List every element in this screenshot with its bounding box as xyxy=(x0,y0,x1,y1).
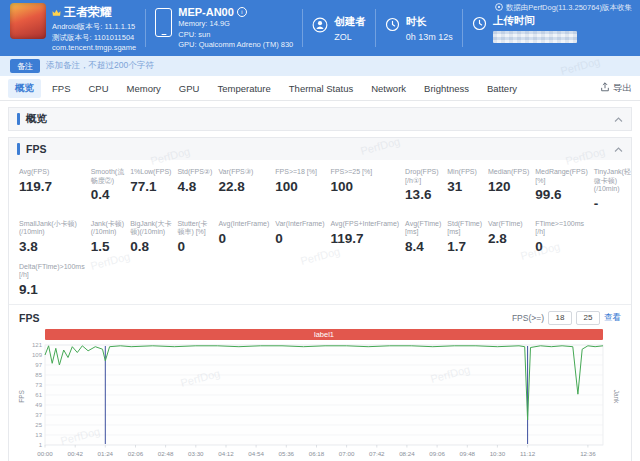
svg-text:109: 109 xyxy=(32,352,43,358)
game-app-icon xyxy=(10,3,46,39)
svg-text:13: 13 xyxy=(35,432,42,438)
fps-chart-block: FPS FPS(>=) 查看 label1 FPS Jank 121109978… xyxy=(9,304,631,461)
tab-memory[interactable]: Memory xyxy=(120,80,168,97)
metrics-grid: Avg(FPS)119.7Smooth(流畅度②)0.41%Low(FPS)77… xyxy=(9,160,631,304)
remark-bar: 备注 添加备注，不超过200个字符 xyxy=(0,56,640,76)
metric-value: 8.4 xyxy=(405,239,441,254)
collapse-chevron-icon[interactable] xyxy=(614,147,623,152)
metric-value: 1.7 xyxy=(447,239,482,254)
tab-network[interactable]: Network xyxy=(364,80,413,97)
metric-value: - xyxy=(594,196,631,211)
svg-text:121: 121 xyxy=(32,342,43,348)
metric-r3-0: Delta(FTime)>100ms [/h]9.1 xyxy=(19,263,85,297)
tab-cpu[interactable]: CPU xyxy=(81,80,115,97)
metric-label: Stutter(卡顿率) [%] xyxy=(177,220,212,237)
metric-value: 0.4 xyxy=(91,187,124,202)
y2-axis-title: Jank xyxy=(614,389,621,403)
tab-brightness[interactable]: Brightness xyxy=(417,80,476,97)
tab-fps[interactable]: FPS xyxy=(45,80,77,97)
annotation-band[interactable]: label1 xyxy=(45,329,603,340)
device-memory-text: Memory: 14.9G xyxy=(178,19,293,29)
svg-text:09:48: 09:48 xyxy=(460,449,476,456)
device-info-block: MEP-AN00 i Memory: 14.9G CPU: sun GPU: Q… xyxy=(155,6,293,50)
metric-r2-9: Var(FTime)2.8 xyxy=(488,220,529,254)
tab-gpu[interactable]: GPU xyxy=(172,80,207,97)
device-cpu-text: CPU: sun xyxy=(178,30,293,40)
tab-temperature[interactable]: Temperature xyxy=(210,80,277,97)
tab-battery[interactable]: Battery xyxy=(480,80,524,97)
metric-label: FPS>=18 [%] xyxy=(275,168,324,177)
metric-value: 1.5 xyxy=(91,239,124,254)
view-link[interactable]: 查看 xyxy=(604,312,621,324)
metric-label: Var(InterFrame) xyxy=(275,220,324,229)
metric-label: BigJank(大卡顿)(/10min) xyxy=(130,220,171,237)
svg-text:85: 85 xyxy=(35,372,42,378)
upload-time-redacted xyxy=(493,31,577,43)
header-divider xyxy=(375,9,376,47)
fps-panel: FPS Avg(FPS)119.7Smooth(流畅度②)0.41%Low(FP… xyxy=(8,137,632,461)
perfdog-report-page: 王者荣耀 Android版本号: 11.1.1.15 测试版本号: 110101… xyxy=(0,0,640,461)
tab-thermal-status[interactable]: Thermal Status xyxy=(282,80,360,97)
svg-text:02:06: 02:06 xyxy=(128,449,144,456)
fps-panel-header[interactable]: FPS xyxy=(9,138,631,160)
fps-chart-area: FPS Jank 1211099785736149372513100:0000:… xyxy=(19,342,621,461)
upload-time-block: 上传时间 xyxy=(472,14,577,43)
header-divider xyxy=(145,9,146,47)
svg-text:01:24: 01:24 xyxy=(98,449,114,456)
collapse-chevron-icon[interactable] xyxy=(614,117,623,122)
metric-value: 0 xyxy=(535,239,588,254)
metric-r1-1: Smooth(流畅度②)0.4 xyxy=(91,168,124,211)
fps-panel-title: FPS xyxy=(26,143,46,155)
remark-placeholder-text[interactable]: 添加备注，不超过200个字符 xyxy=(46,60,154,72)
metric-value: 99.6 xyxy=(535,187,588,202)
collector-note-text: 数据由PerfDog(11.3.250764)版本收集 xyxy=(506,3,632,13)
metric-value: 100 xyxy=(331,179,400,194)
svg-text:00:42: 00:42 xyxy=(67,449,83,456)
fps-threshold-high-input[interactable] xyxy=(576,311,600,325)
svg-text:73: 73 xyxy=(35,382,42,388)
metric-r2-10: FTime>=100ms [/h]0 xyxy=(535,220,588,254)
svg-text:08:24: 08:24 xyxy=(399,449,415,456)
metric-r2-1: Jank(卡顿)(/10min)1.5 xyxy=(91,220,124,254)
metric-label: TinyJank(轻微卡顿)(/10min) xyxy=(594,168,631,194)
fps-chart-header: FPS FPS(>=) 查看 xyxy=(19,309,621,327)
metric-label: Var(FTime) xyxy=(488,220,529,229)
metric-label: Drop(FPS) [/h①] xyxy=(405,168,441,185)
remark-button[interactable]: 备注 xyxy=(10,59,40,73)
tab-overview[interactable]: 概览 xyxy=(8,79,41,98)
y-axis-title: FPS xyxy=(18,390,25,403)
duration-label: 时长 xyxy=(406,15,453,29)
metric-label: Var(FPS③) xyxy=(218,168,269,177)
metric-label: Smooth(流畅度②) xyxy=(91,168,124,185)
annotation-band-label: label1 xyxy=(314,330,334,339)
svg-text:49: 49 xyxy=(35,402,42,408)
metric-r1-6: FPS>=25 [%]100 xyxy=(331,168,400,211)
app-info-block: 王者荣耀 Android版本号: 11.1.1.15 测试版本号: 110101… xyxy=(10,3,136,53)
metric-label: Median(FPS) xyxy=(488,168,529,177)
header-divider xyxy=(302,9,303,47)
fps-threshold-low-input[interactable] xyxy=(548,311,572,325)
creator-block: 创建者 ZOL xyxy=(312,15,366,42)
metric-value: 0.8 xyxy=(130,239,171,254)
creator-value: ZOL xyxy=(334,32,366,42)
metric-r2-5: Var(InterFrame)0 xyxy=(275,220,324,254)
metric-r2-0: SmallJank(小卡顿)(/10min)3.8 xyxy=(19,220,85,254)
creator-label: 创建者 xyxy=(334,15,366,29)
svg-text:25: 25 xyxy=(35,422,42,428)
metric-r1-4: Var(FPS③)22.8 xyxy=(218,168,269,211)
overview-panel-header[interactable]: 概览 xyxy=(9,108,631,130)
metric-r2-4: Avg(InterFrame)0 xyxy=(218,220,269,254)
svg-text:11:12: 11:12 xyxy=(520,449,536,456)
metric-value: 119.7 xyxy=(19,179,85,194)
fps-threshold-controls: FPS(>=) 查看 xyxy=(512,311,621,325)
fps-chart-svg[interactable]: 1211099785736149372513100:0000:4201:2402… xyxy=(19,342,621,460)
metric-label: MedRange(FPS)[%] xyxy=(535,168,588,185)
grid-spacer xyxy=(594,220,631,254)
tab-list: 概览FPSCPUMemoryGPUTemperatureThermal Stat… xyxy=(8,79,524,98)
metric-value: 31 xyxy=(447,179,482,194)
export-button[interactable]: 导出 xyxy=(600,82,632,95)
svg-text:07:00: 07:00 xyxy=(339,449,355,456)
svg-text:61: 61 xyxy=(35,392,42,398)
metric-r2-6: Avg(FPS+InterFrame)119.7 xyxy=(331,220,400,254)
device-info-icon[interactable]: i xyxy=(237,7,247,17)
